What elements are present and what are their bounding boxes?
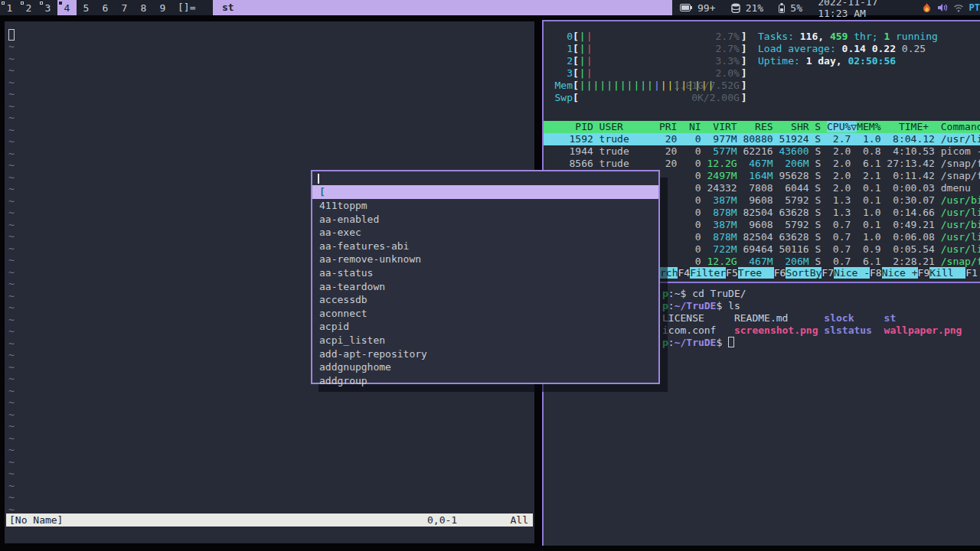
chip-icon [779, 3, 785, 13]
statusline-scroll-indicator: All [511, 514, 528, 527]
launcher-item[interactable]: aa-features-abi [312, 240, 658, 253]
keyboard-layout-indicator[interactable]: PT [969, 2, 980, 13]
fnkey-label[interactable]: Nice - [834, 267, 870, 279]
launcher-popup: [ 411toppmaa-enabledaa-execaa-features-a… [311, 170, 660, 384]
htop-summary: Tasks: 116, 459 thr; 1 runningLoad avera… [758, 31, 938, 67]
statusline-cursor-position: 0,0-1 [427, 514, 457, 527]
launcher-input[interactable] [312, 171, 658, 185]
terminal-line: p:~/TruDE$ ls [662, 300, 962, 312]
launcher-item[interactable]: aa-status [312, 266, 658, 280]
cpu0-meter: 0[||2.7%] [550, 31, 747, 43]
launcher-item[interactable]: 411toppm [312, 199, 658, 213]
process-row[interactable]: 1592 trude 20 0 977M 80880 51924 S 2.7 1… [544, 133, 980, 145]
cpu1-meter: 1[||2.7%] [550, 43, 747, 55]
workspace-occupied-indicator [40, 2, 43, 5]
launcher-item[interactable]: aa-teardown [312, 280, 658, 294]
workspace-button-6[interactable]: 6 [96, 0, 115, 15]
workspace-button-2[interactable]: 2 [19, 0, 38, 15]
fnkey-label[interactable]: rch [660, 267, 678, 279]
fnkey-label[interactable]: Tree [738, 267, 774, 279]
htop-meters: 0[||2.7%]1[||2.7%]2[||3.3%]3[||2.0%]Mem[… [550, 31, 747, 104]
process-row[interactable]: 8566 trude 20 0 12.2G 467M 206M S 2.0 6.… [544, 158, 980, 170]
terminal-line: icom.conf screenshot.png slstatus wallpa… [662, 324, 962, 337]
launcher-item[interactable]: acpi_listen [312, 334, 658, 347]
terminal-line: LICENSE README.md slock st [662, 312, 962, 324]
workspace-button-3[interactable]: 3 [38, 0, 57, 15]
fnkey-key[interactable]: F4 [678, 267, 690, 279]
temperature-icon [922, 2, 932, 13]
launcher-item[interactable]: aa-exec [312, 226, 658, 240]
terminal-output: p:~$ cd TruDE/p:~/TruDE$ lsLICENSE READM… [662, 288, 962, 349]
editor-cursor [8, 29, 15, 41]
swp-meter: Swp[0K/2.00G] [550, 92, 747, 104]
mem-meter: Mem[||||||||||||||||||||1.81G/7.52G] [550, 80, 747, 92]
process-table-header[interactable]: PID USER PRI NI VIRT RES SHR S CPU%▽MEM%… [544, 121, 980, 133]
launcher-item[interactable]: add-apt-repository [312, 347, 658, 361]
workspace-occupied-indicator [2, 2, 5, 5]
wifi-icon [953, 4, 964, 12]
clock: 2022-11-17 11:23 AM [818, 0, 906, 19]
workspace-button-5[interactable]: 5 [77, 0, 96, 15]
fnkey-label[interactable]: Kill [929, 267, 965, 279]
editor-buffer: ~~~~~~~~~~~~~~~~~~~~~~~~~~~~~~~~~~~~~~~~ [8, 41, 15, 515]
fnkey-label[interactable]: Nice + [882, 267, 918, 279]
layout-symbol[interactable]: []= [178, 0, 195, 15]
launcher-item[interactable]: aa-enabled [312, 213, 658, 227]
workspace-button-8[interactable]: 8 [134, 0, 153, 15]
volume-icon [937, 3, 948, 12]
workspace-button-1[interactable]: 1 [0, 0, 19, 15]
workspace-button-9[interactable]: 9 [153, 0, 172, 15]
fnkey-label[interactable]: SortBy [786, 267, 822, 279]
launcher-item[interactable]: aconnect [312, 307, 658, 321]
terminal-line: p:~$ cd TruDE/ [662, 288, 962, 300]
workspace-button-4[interactable]: 4 [57, 0, 77, 15]
disk-percent: 21% [746, 2, 763, 14]
battery-icon [680, 4, 692, 11]
fnkey-key[interactable]: F9 [918, 267, 930, 279]
terminal-line: p:~/TruDE$ [662, 337, 962, 349]
fnkey-key[interactable]: F8 [870, 267, 882, 279]
fnkey-key[interactable]: F1 [965, 267, 978, 279]
battery-percent: 99+ [697, 2, 715, 14]
window-title: st [222, 2, 234, 13]
launcher-item[interactable]: acpid [312, 320, 658, 334]
fnkey-key[interactable]: F5 [726, 267, 738, 279]
launcher-item[interactable]: addgroup [312, 374, 658, 388]
memory-percent: 5% [790, 2, 802, 14]
status-modules: 99+ 21% 5% 2022-11-17 11:23 AM PT [672, 0, 980, 15]
cpu3-meter: 3[||2.0%] [550, 67, 747, 80]
launcher-item-selected[interactable]: [ [312, 185, 658, 199]
disk-icon [731, 3, 740, 13]
statusline-filename: [No Name] [6, 514, 63, 526]
cpu2-meter: 2[||3.3%] [550, 55, 747, 67]
workspace-occupied-indicator [59, 2, 62, 5]
fnkey-key[interactable]: F7 [822, 267, 834, 279]
fnkey-key[interactable]: F6 [774, 267, 786, 279]
fnkey-label[interactable]: Filter [690, 267, 726, 279]
htop-function-key-bar: rchF4FilterF5Tree F6SortByF7Nice -F8Nice… [660, 267, 978, 279]
process-row[interactable]: 1944 trude 20 0 577M 62216 43600 S 2.0 0… [544, 145, 980, 158]
launcher-item[interactable]: addgnupghome [312, 360, 658, 374]
launcher-item[interactable]: aa-remove-unknown [312, 253, 658, 266]
launcher-text-cursor [318, 174, 319, 184]
launcher-item-list: 411toppmaa-enabledaa-execaa-features-abi… [312, 199, 658, 387]
top-status-bar: 123456789 []= st 99+ 21% 5% 2022-11-17 1… [0, 0, 980, 15]
workspace-occupied-indicator [21, 2, 24, 5]
editor-statusline: [No Name] 0,0-1 All [6, 514, 533, 527]
launcher-item[interactable]: accessdb [312, 293, 658, 307]
workspace-button-7[interactable]: 7 [115, 0, 134, 15]
focused-window-title-segment: st [213, 0, 672, 15]
terminal-cursor [728, 337, 734, 347]
